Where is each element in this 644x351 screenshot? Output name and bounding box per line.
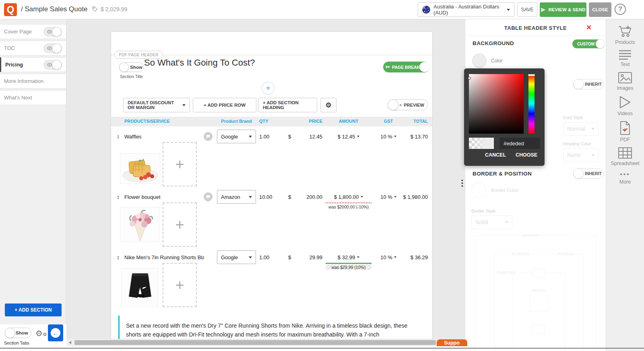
quote-page: PDF PAGE HEADER Show So What's It Going …	[111, 31, 433, 339]
border-inherit-toggle[interactable]: INHERIT	[573, 168, 604, 179]
amount-dropdown[interactable]: $ 12.45	[326, 129, 372, 144]
add-section-heading-button[interactable]: + ADD SECTION HEADING	[258, 98, 317, 112]
visibility-toggle[interactable]	[43, 60, 62, 70]
hex-color-input[interactable]	[500, 138, 540, 149]
padding-bottom-input[interactable]	[532, 324, 545, 334]
pdf-file-icon	[619, 121, 631, 135]
qty-value[interactable]: 1.00	[259, 129, 269, 144]
preview-label: PREVIEW	[404, 103, 424, 107]
drag-handle-icon[interactable]: ↕	[117, 250, 120, 264]
toolbar-item-images[interactable]: Images	[617, 72, 634, 91]
total-value: $ 13.70	[395, 129, 428, 144]
product-image-nike-shorts[interactable]	[121, 268, 158, 306]
border-style-select[interactable]: Solid	[471, 215, 512, 229]
price-value[interactable]: 12.45	[292, 129, 322, 144]
section-tabs-show-toggle[interactable]: Show	[5, 328, 31, 338]
drag-handle-icon[interactable]: ↕	[117, 190, 120, 204]
currency-select[interactable]: Australia - Australian Dollars (AUD)	[418, 2, 514, 17]
background-color-swatch[interactable]	[472, 54, 487, 68]
toolbar-item-more[interactable]: ••• More	[619, 171, 631, 185]
add-image-button[interactable]: +	[163, 202, 197, 247]
eye-icon	[47, 62, 52, 68]
amount-dropdown[interactable]: $ 32.99	[326, 250, 372, 264]
border-color-swatch[interactable]	[471, 182, 487, 198]
toolbar-item-products[interactable]: Products	[615, 25, 635, 45]
visibility-toggle[interactable]	[43, 27, 62, 37]
brand-select[interactable]: Google	[217, 130, 256, 143]
page-break-toggle[interactable]: ✂ PAGE BREAK	[383, 62, 429, 72]
add-image-button[interactable]: +	[163, 142, 197, 186]
visibility-toggle[interactable]	[43, 43, 62, 53]
app-logo[interactable]: Q	[4, 3, 17, 16]
product-image-waffles[interactable]	[120, 153, 160, 184]
help-button[interactable]: ?	[615, 4, 626, 15]
hue-slider[interactable]	[528, 74, 535, 134]
add-section-button[interactable]: + ADD SECTION	[5, 304, 62, 316]
toolbar-item-spreadsheet[interactable]: Spreadsheet	[611, 147, 640, 166]
font-style-select[interactable]: Normal	[563, 122, 599, 136]
toggle-knob	[52, 27, 62, 37]
scrollbar-thumb[interactable]	[74, 340, 436, 345]
qty-value[interactable]: 1.00	[259, 250, 269, 264]
product-description[interactable]: Set a new record with the men's Dry 7" C…	[118, 316, 417, 339]
brand-select[interactable]: Google	[217, 250, 256, 264]
settings-gears-icon[interactable]: ⚙⚙	[35, 329, 47, 337]
sidebar-item-whats-next[interactable]: What's Next	[0, 90, 66, 105]
sidebar-item-more-information[interactable]: More Information	[0, 74, 66, 89]
color-cursor[interactable]	[468, 76, 471, 80]
show-label: Show	[130, 65, 142, 70]
panel-resize-handle[interactable]: •••	[461, 179, 463, 187]
preview-toggle[interactable]: PREVIEW	[388, 99, 428, 110]
background-inherit-toggle[interactable]: INHERIT	[573, 79, 604, 89]
saturation-square[interactable]	[469, 74, 524, 134]
toolbar-item-text[interactable]: Text	[618, 50, 632, 67]
show-label: Show	[16, 330, 28, 335]
price-value[interactable]: 200.00	[292, 190, 322, 204]
scroll-left-arrow-icon[interactable]	[69, 341, 71, 344]
collapse-sidebar-button[interactable]: ←	[48, 324, 63, 341]
section-title-show-toggle[interactable]: Show	[119, 62, 144, 72]
horizontal-scrollbar[interactable]	[66, 339, 437, 346]
amount-dropdown[interactable]: $ 1,800.00	[326, 190, 372, 204]
sidebar-item-toc[interactable]: TOC	[0, 41, 66, 56]
border-style-label: Border Style	[471, 209, 496, 213]
add-price-row-button[interactable]: + ADD PRICE ROW	[193, 98, 256, 112]
review-send-button[interactable]: REVIEW & SEND	[540, 2, 586, 17]
default-discount-dropdown[interactable]: DEFAULT DISCOUNT OR MARGIN	[123, 98, 190, 112]
table-settings-gear-button[interactable]: ⚙	[320, 98, 336, 112]
choose-button[interactable]: CHOOSE	[516, 152, 537, 158]
eye-icon	[399, 102, 402, 108]
qty-value[interactable]: 10.00	[259, 190, 272, 204]
hue-slider-handle[interactable]	[528, 74, 535, 76]
page-break-label: PAGE BREAK	[392, 65, 420, 70]
heading-case-label: Heading Case	[563, 141, 591, 146]
product-name[interactable]: Flower bouquet	[124, 190, 204, 204]
toolbar-item-videos[interactable]: Videos	[617, 95, 633, 116]
color-preview-swatch	[469, 138, 494, 149]
add-block-button[interactable]: +	[262, 82, 275, 95]
drag-handle-icon[interactable]: ↕	[117, 129, 120, 144]
cancel-button[interactable]: CANCEL	[485, 152, 506, 158]
support-tab[interactable]: Suppo	[437, 339, 467, 346]
close-panel-icon[interactable]: ✕	[586, 23, 592, 32]
close-button[interactable]: CLOSE	[589, 2, 611, 17]
product-name[interactable]: Waffles	[124, 129, 204, 144]
quote-title[interactable]: / Sample Sales Quote	[21, 5, 87, 13]
custom-toggle[interactable]: CUSTOM	[572, 39, 605, 48]
comment-bubble-icon[interactable]	[204, 192, 213, 201]
comment-bubble-icon[interactable]	[204, 132, 213, 141]
save-button[interactable]: SAVE	[517, 2, 537, 17]
sidebar-item-cover-page[interactable]: Cover Page	[0, 24, 66, 39]
add-image-button[interactable]: +	[163, 263, 197, 307]
section-title[interactable]: So What's It Going To Cost?	[144, 58, 255, 68]
margin-box: MARGIN BORDER RADIUS PADDING WIDTH	[475, 235, 596, 351]
brand-select[interactable]: Amazon	[217, 190, 256, 204]
price-value[interactable]: 29.99	[292, 250, 322, 264]
product-image-flower-bouquet[interactable]	[120, 207, 159, 242]
heading-case-select[interactable]: None	[563, 148, 599, 162]
product-name[interactable]: Nike Men's 7in Running Shorts Black L	[124, 250, 204, 264]
padding-top-input[interactable]	[532, 268, 545, 278]
toolbar-item-pdf[interactable]: PDF	[619, 121, 631, 142]
color-picker-popup: CANCEL CHOOSE	[464, 68, 545, 166]
sidebar-item-pricing[interactable]: Pricing	[0, 57, 66, 72]
